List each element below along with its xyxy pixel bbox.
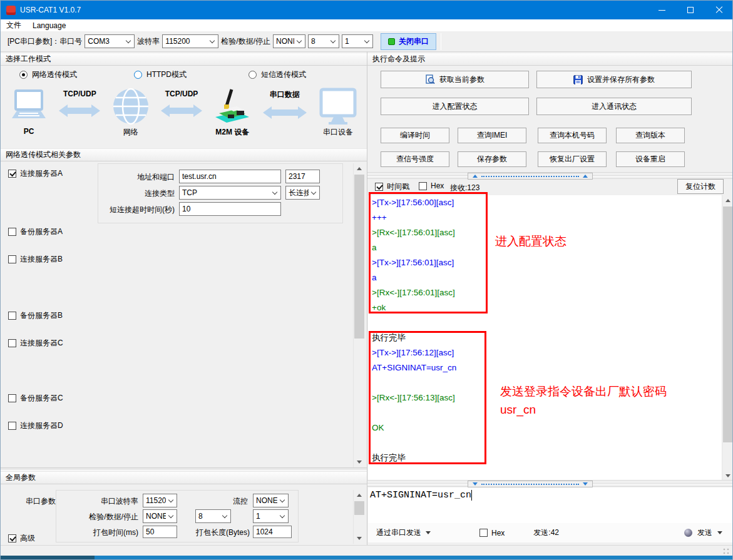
query-signal-button[interactable]: 查信号强度 — [381, 151, 449, 167]
conn-type-select[interactable]: TCP — [179, 186, 281, 200]
minimize-button[interactable] — [647, 1, 676, 19]
enter-comm-button[interactable]: 进入通讯状态 — [536, 98, 692, 115]
resize-grip[interactable] — [722, 547, 730, 555]
checkbox-backup-server-c[interactable]: 备份服务器C — [8, 393, 63, 404]
radio-httpd-mode[interactable]: HTTPD模式 — [134, 69, 187, 80]
scrollbar-thumb[interactable] — [723, 206, 733, 442]
packlen-label: 打包长度(Bytes) — [188, 527, 250, 538]
dropdown-arrow-icon — [426, 531, 431, 534]
checkbox-backup-server-b[interactable]: 备份服务器B — [8, 310, 63, 321]
packtime-label: 打包时间(ms) — [63, 527, 138, 538]
reboot-button[interactable]: 设备重启 — [616, 151, 685, 167]
mode-diagram: PC TCP/UDP 网络 TCP/UDP — [6, 87, 362, 147]
factory-reset-button[interactable]: 恢复出厂设置 — [538, 151, 607, 167]
checkbox-connect-server-a[interactable]: 连接服务器A — [8, 168, 63, 179]
checkbox-icon — [8, 170, 16, 178]
checkbox-send-hex[interactable]: Hex — [479, 529, 505, 537]
left-panel-scrollbar[interactable] — [353, 163, 365, 467]
send-button[interactable]: 发送 — [684, 527, 722, 538]
checkbox-icon — [8, 312, 16, 320]
send-input[interactable]: AT+SIGNINAT=usr_cn — [368, 487, 733, 523]
global-scrollbar[interactable] — [353, 490, 365, 544]
server-addr-input[interactable]: test.usr.cn — [179, 170, 281, 183]
close-serial-button[interactable]: 关闭串口 — [381, 33, 436, 50]
packtime-input[interactable]: 50 — [143, 526, 177, 538]
checkbox-timestamp[interactable]: 时间戳 — [375, 181, 409, 192]
log-line: a — [368, 270, 722, 285]
status-strip — [1, 545, 733, 556]
chevron-down-icon — [280, 497, 285, 502]
scroll-down-button[interactable] — [354, 533, 365, 544]
log-line: OK — [368, 420, 722, 435]
close-button[interactable] — [705, 1, 733, 19]
app-window: USR-CAT1 V1.0.7 文件 Language [PC串口参数]：串口号… — [0, 0, 733, 560]
radio-sms-mode[interactable]: 短信透传模式 — [249, 69, 306, 80]
splitter-dots — [481, 484, 579, 485]
bottom-progress-bar — [1, 556, 733, 560]
scroll-up-button[interactable] — [354, 163, 365, 174]
checkbox-connect-server-c[interactable]: 连接服务器C — [8, 338, 63, 349]
splitter-grip[interactable] — [468, 481, 593, 487]
get-params-button[interactable]: 获取当前参数 — [381, 71, 529, 88]
log-line: +++ — [368, 210, 722, 225]
serial-params-label: 串口参数 — [26, 496, 56, 507]
scrollbar-thumb[interactable] — [354, 501, 364, 515]
send-icon — [684, 529, 692, 537]
log-scrollbar[interactable] — [722, 195, 733, 481]
scroll-up-button[interactable] — [722, 195, 733, 206]
com-port-select[interactable]: COM3 — [85, 34, 135, 48]
server-port-input[interactable]: 2317 — [285, 170, 320, 183]
diagram-pc-node: PC — [9, 87, 48, 136]
radio-net-transparent-mode[interactable]: 网络透传模式 — [19, 69, 77, 80]
checkbox-icon — [8, 422, 16, 430]
log-line: AT+SIGNINAT=usr_cn — [368, 360, 722, 375]
chevron-down-icon — [126, 38, 131, 43]
send-splitter[interactable] — [367, 480, 733, 487]
checkbox-icon — [479, 529, 488, 537]
double-arrow-icon — [161, 103, 202, 118]
diagram-link-3: 串口数据 — [263, 87, 307, 120]
baud-label: 波特率 — [137, 36, 160, 47]
stopbits-select[interactable]: 1 — [342, 34, 373, 48]
splitter-grip[interactable] — [468, 173, 593, 180]
checkbox-icon — [8, 534, 16, 542]
set-save-all-button[interactable]: 设置并保存所有参数 — [536, 71, 692, 88]
g-databits-select[interactable]: 8 — [195, 509, 231, 523]
reset-count-button[interactable]: 复位计数 — [677, 179, 724, 194]
diagram-network-node: 网络 — [111, 87, 150, 138]
short-conn-timeout-input[interactable]: 10 — [179, 202, 281, 216]
g-flow-select[interactable]: NONE — [253, 494, 289, 507]
packlen-input[interactable]: 1024 — [253, 526, 292, 538]
baud-select[interactable]: 115200 — [162, 34, 218, 48]
g-baud-label: 串口波特率 — [63, 496, 138, 507]
menu-file[interactable]: 文件 — [1, 19, 27, 31]
checkbox-recv-hex[interactable]: Hex — [419, 181, 444, 190]
parity-select[interactable]: NONI — [273, 34, 305, 48]
g-stopbits-select[interactable]: 1 — [253, 509, 289, 523]
enter-config-button[interactable]: 进入配置状态 — [381, 98, 529, 115]
search-doc-icon — [425, 74, 435, 84]
g-parity-select[interactable]: NONE — [143, 509, 177, 523]
checkbox-backup-server-a[interactable]: 备份服务器A — [8, 227, 63, 237]
chevron-down-icon — [222, 513, 227, 518]
conn-mode-select[interactable]: 长连接 — [285, 186, 320, 200]
log-line-blank — [368, 435, 722, 451]
scrollbar-thumb[interactable] — [354, 175, 364, 339]
monitor-icon — [317, 87, 359, 126]
checkbox-connect-server-d[interactable]: 连接服务器D — [8, 420, 63, 431]
compile-time-button[interactable]: 编译时间 — [381, 128, 449, 143]
checkbox-connect-server-b[interactable]: 连接服务器B — [8, 254, 63, 265]
send-via-serial-dropdown[interactable]: 通过串口发送 — [376, 527, 431, 538]
checkbox-advanced[interactable]: 高级 — [8, 533, 35, 544]
query-number-button[interactable]: 查询本机号码 — [538, 128, 607, 143]
query-imei-button[interactable]: 查询IMEI — [458, 128, 526, 143]
databits-select[interactable]: 8 — [308, 34, 339, 48]
menu-language[interactable]: Language — [27, 19, 71, 31]
scroll-up-button[interactable] — [354, 490, 365, 501]
save-params-button[interactable]: 保存参数 — [458, 151, 526, 167]
query-version-button[interactable]: 查询版本 — [616, 128, 685, 143]
maximize-button[interactable] — [676, 1, 705, 19]
log-splitter[interactable] — [367, 172, 733, 179]
g-baud-select[interactable]: 115200 — [143, 494, 177, 507]
scroll-down-button[interactable] — [354, 457, 365, 467]
